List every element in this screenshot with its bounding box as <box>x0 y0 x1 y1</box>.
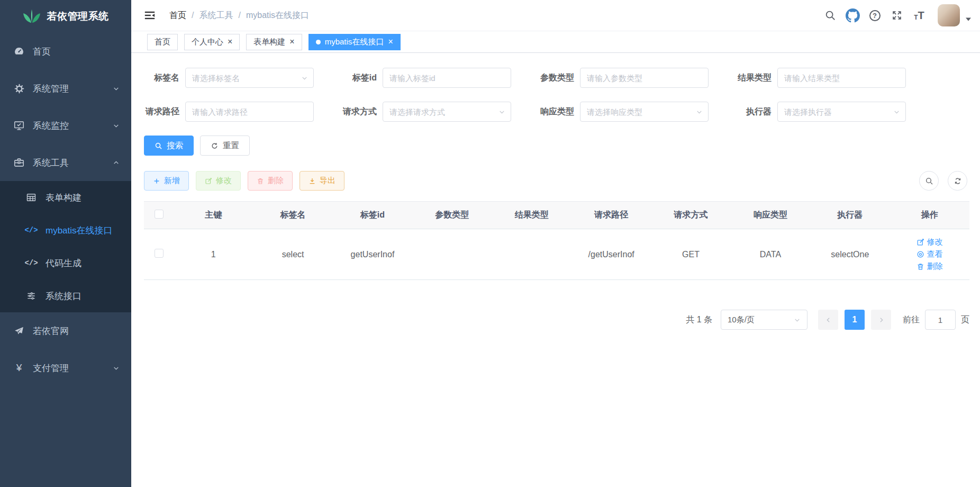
toggle-search-button[interactable] <box>919 171 939 191</box>
sidebar-item-label: 系统工具 <box>33 157 113 169</box>
total-count: 共 1 条 <box>686 314 712 326</box>
code-icon: </> <box>25 259 38 267</box>
request-method-select[interactable] <box>383 102 511 122</box>
row-checkbox[interactable] <box>155 249 164 258</box>
filter-request-path: 请求路径 <box>144 102 320 122</box>
goto-unit: 页 <box>961 314 969 326</box>
filter-tag-name: 标签名 <box>144 68 320 88</box>
executor-select-input[interactable] <box>777 102 906 122</box>
close-icon[interactable]: × <box>228 38 232 46</box>
cell-param-type <box>412 229 492 280</box>
sidebar-item-system-monitor[interactable]: 系统监控 <box>0 107 131 144</box>
tab-home[interactable]: 首页 <box>147 34 178 50</box>
tag-name-select[interactable] <box>185 68 314 88</box>
cell-response-type: DATA <box>731 229 810 280</box>
filter-response-type: 响应类型 <box>539 102 714 122</box>
tab-label: 个人中心 <box>192 37 223 47</box>
sidebar-item-home[interactable]: 首页 <box>0 33 131 70</box>
gear-icon <box>13 83 25 94</box>
sidebar-item-code-gen[interactable]: </> 代码生成 <box>0 247 131 279</box>
row-delete-link[interactable]: 删除 <box>917 261 943 272</box>
request-path-input[interactable] <box>185 102 314 122</box>
sidebar-collapse-icon[interactable] <box>144 10 156 21</box>
monitor-icon <box>13 120 25 131</box>
column-header: 标签名 <box>253 202 332 229</box>
column-header: 参数类型 <box>412 202 492 229</box>
chevron-down-icon <box>113 85 120 92</box>
column-header: 执行器 <box>810 202 890 229</box>
result-type-input[interactable] <box>777 68 906 88</box>
view-icon <box>917 250 924 258</box>
sidebar-menu: 首页 系统管理 系统监控 系统工具 <box>0 33 131 386</box>
filter-param-type: 参数类型 <box>539 68 714 88</box>
github-icon[interactable] <box>841 5 864 26</box>
search-button[interactable]: 搜索 <box>144 136 194 156</box>
page-1-button[interactable]: 1 <box>845 310 865 330</box>
column-header: 响应类型 <box>731 202 810 229</box>
fullscreen-icon[interactable] <box>886 5 908 26</box>
request-method-select-input[interactable] <box>383 102 511 122</box>
search-icon[interactable] <box>819 5 841 26</box>
sidebar-item-payment[interactable]: ¥ 支付管理 <box>0 349 131 386</box>
breadcrumb: 首页 / 系统工具 / mybatis在线接口 <box>169 10 309 21</box>
column-header: 标签id <box>333 202 412 229</box>
row-edit-link[interactable]: 修改 <box>917 237 943 247</box>
add-button[interactable]: 新增 <box>144 171 189 191</box>
toolbox-icon <box>13 157 25 168</box>
page-content: 标签名 标签id 参数类型 结果类型 <box>131 53 980 487</box>
top-navbar: 首页 / 系统工具 / mybatis在线接口 ? TT <box>131 0 980 31</box>
filter-row-1: 标签名 标签id 参数类型 结果类型 <box>144 68 969 88</box>
filter-request-method: 请求方式 <box>341 102 517 122</box>
response-type-select-input[interactable] <box>580 102 709 122</box>
prev-page-button[interactable] <box>818 310 838 330</box>
executor-select[interactable] <box>777 102 906 122</box>
sidebar-item-system-tools[interactable]: 系统工具 <box>0 144 131 181</box>
goto-page-input[interactable] <box>925 310 956 330</box>
table-row[interactable]: 1 select getUserInof /getUserInof GET DA… <box>144 229 969 280</box>
sidebar-item-ruoyi-site[interactable]: 若依官网 <box>0 312 131 349</box>
sidebar-item-label: 系统管理 <box>33 83 113 95</box>
edit-icon <box>917 238 924 246</box>
plus-icon <box>153 177 160 185</box>
column-header: 请求方式 <box>651 202 730 229</box>
response-type-select[interactable] <box>580 102 709 122</box>
sidebar-item-form-builder[interactable]: 表单构建 <box>0 181 131 214</box>
cell-request-path: /getUserInof <box>571 229 651 280</box>
tab-label: mybatis在线接口 <box>325 37 384 47</box>
close-icon[interactable]: × <box>289 38 294 46</box>
page-size-select[interactable]: 10条/页 <box>721 310 807 330</box>
tab-mybatis-api[interactable]: mybatis在线接口 × <box>308 34 401 50</box>
tag-id-input[interactable] <box>383 68 511 88</box>
font-size-icon[interactable]: TT <box>908 5 930 26</box>
breadcrumb-home[interactable]: 首页 <box>169 10 186 21</box>
next-page-button[interactable] <box>871 310 891 330</box>
tab-profile[interactable]: 个人中心 × <box>184 34 240 50</box>
filter-result-type: 结果类型 <box>736 68 912 88</box>
tab-form-builder[interactable]: 表单构建 × <box>246 34 302 50</box>
reset-button[interactable]: 重置 <box>200 136 250 156</box>
caret-down-icon[interactable] <box>965 17 972 22</box>
export-button[interactable]: 导出 <box>300 171 344 191</box>
search-icon <box>155 142 162 150</box>
delete-button[interactable]: 删除 <box>248 171 293 191</box>
sidebar-item-system-admin[interactable]: 系统管理 <box>0 70 131 107</box>
help-icon[interactable]: ? <box>864 5 886 26</box>
param-type-input[interactable] <box>580 68 709 88</box>
column-header: 结果类型 <box>492 202 571 229</box>
tag-name-select-input[interactable] <box>185 68 314 88</box>
sidebar-item-system-api[interactable]: 系统接口 <box>0 279 131 312</box>
filter-executor: 执行器 <box>736 102 912 122</box>
table-header-row: 主键 标签名 标签id 参数类型 结果类型 请求路径 请求方式 响应类型 执行器… <box>144 202 969 229</box>
sidebar: 若依管理系统 首页 系统管理 系统监控 <box>0 0 131 487</box>
filter-label: 标签名 <box>144 73 185 84</box>
chevron-up-icon <box>113 159 120 166</box>
close-icon[interactable]: × <box>388 38 393 46</box>
select-all-checkbox[interactable] <box>155 210 164 219</box>
edit-button[interactable]: 修改 <box>196 171 241 191</box>
row-view-link[interactable]: 查看 <box>917 249 943 259</box>
user-avatar[interactable] <box>938 4 960 26</box>
refresh-table-button[interactable] <box>948 171 967 191</box>
app-logo[interactable]: 若依管理系统 <box>0 0 131 33</box>
sidebar-item-mybatis-api[interactable]: </> mybatis在线接口 <box>0 214 131 247</box>
code-icon: </> <box>25 226 38 235</box>
